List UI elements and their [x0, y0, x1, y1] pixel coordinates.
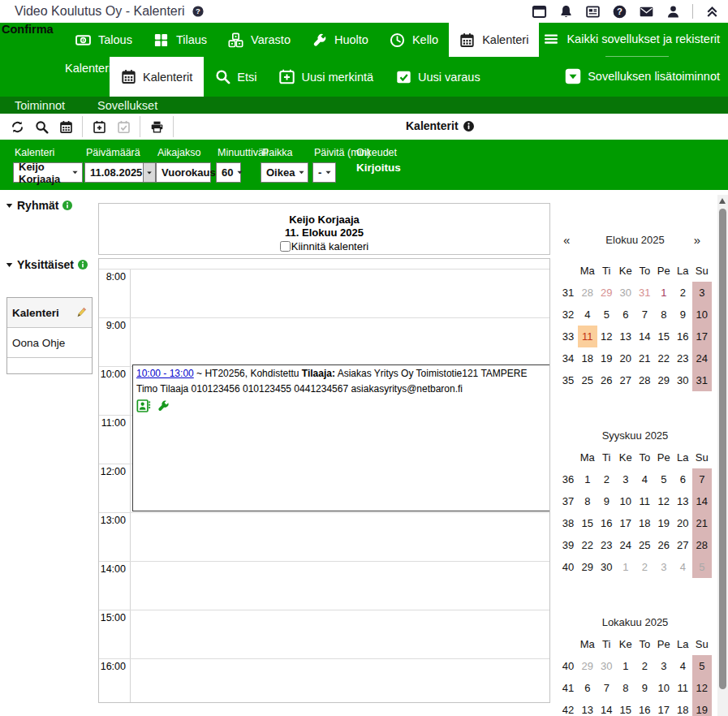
- help-circle-icon[interactable]: ?: [612, 4, 627, 19]
- day-cell[interactable]: 15: [578, 512, 597, 534]
- day-cell[interactable]: 10: [692, 304, 712, 326]
- day-cell[interactable]: 28: [692, 534, 712, 556]
- day-cell[interactable]: 1: [616, 556, 635, 578]
- day-cell[interactable]: 14: [597, 699, 617, 716]
- wrench-icon[interactable]: [157, 399, 170, 412]
- day-cell[interactable]: 12: [654, 490, 674, 512]
- nav-item-huolto[interactable]: Huolto: [301, 23, 379, 57]
- appointment[interactable]: 10:00 - 13:00 ~ HT20256, Kohdistettu Til…: [132, 364, 550, 511]
- hour-slot[interactable]: [131, 659, 549, 703]
- bell-icon[interactable]: [558, 4, 574, 19]
- day-cell[interactable]: 14: [635, 326, 655, 347]
- all-apps-button[interactable]: Kaikki sovellukset ja rekisterit: [544, 32, 720, 46]
- day-cell[interactable]: 17: [654, 699, 674, 716]
- nav-item-talous[interactable]: Talous: [65, 23, 143, 57]
- day-cell[interactable]: 9: [597, 490, 617, 512]
- day-cell[interactable]: 5: [597, 304, 617, 326]
- groups-info-icon[interactable]: [62, 200, 73, 211]
- day-cell[interactable]: 21: [692, 512, 712, 534]
- day-cell[interactable]: 19: [597, 347, 617, 369]
- news-icon[interactable]: [585, 4, 601, 19]
- nav-item-tilaus[interactable]: Tilaus: [143, 23, 218, 57]
- day-cell[interactable]: 15: [616, 699, 635, 716]
- day-cell[interactable]: 1: [654, 282, 674, 304]
- day-cell[interactable]: 27: [616, 369, 635, 391]
- day-cell[interactable]: 10: [616, 490, 635, 512]
- day-cell[interactable]: 18: [578, 347, 597, 369]
- day-cell[interactable]: 17: [692, 326, 712, 347]
- day-cell[interactable]: 2: [635, 556, 655, 578]
- date-input[interactable]: 11.08.2025: [84, 162, 144, 183]
- menu-item-sovellukset[interactable]: Sovellukset: [97, 99, 157, 112]
- groups-section-toggle[interactable]: Ryhmät: [5, 199, 73, 212]
- day-cell[interactable]: 15: [654, 326, 674, 347]
- day-cell[interactable]: 19: [654, 512, 674, 534]
- calendar-list-item-empty[interactable]: [7, 357, 92, 373]
- day-cell[interactable]: 13: [578, 699, 597, 716]
- pin-calendar-checkbox[interactable]: [280, 241, 291, 252]
- nav-item-kello[interactable]: Kello: [379, 23, 449, 57]
- hour-slot[interactable]: [131, 562, 549, 610]
- day-cell[interactable]: 25: [635, 534, 655, 556]
- hour-slot[interactable]: [131, 513, 549, 561]
- info-icon[interactable]: [463, 120, 475, 132]
- day-cell[interactable]: 7: [635, 304, 655, 326]
- envelope-icon[interactable]: [639, 4, 654, 19]
- day-cell[interactable]: 25: [578, 369, 597, 391]
- day-cell[interactable]: 23: [674, 347, 693, 369]
- day-cell[interactable]: 8: [654, 304, 674, 326]
- day-cell[interactable]: 13: [674, 490, 693, 512]
- day-cell[interactable]: 24: [616, 534, 635, 556]
- day-cell[interactable]: 8: [616, 677, 635, 699]
- tab-etsi[interactable]: Etsi: [204, 57, 268, 97]
- day-cell[interactable]: 20: [616, 347, 635, 369]
- day-cell[interactable]: 30: [597, 556, 617, 578]
- day-cell[interactable]: 16: [597, 512, 617, 534]
- appointment-time-link[interactable]: 10:00 - 13:00: [136, 368, 194, 379]
- tab-uusi-varaus[interactable]: Uusi varaus: [385, 57, 492, 97]
- next-month-button[interactable]: »: [694, 233, 700, 247]
- singles-section-toggle[interactable]: Yksittäiset: [5, 258, 88, 271]
- day-cell[interactable]: 9: [635, 677, 655, 699]
- refresh-button[interactable]: [5, 116, 29, 137]
- day-cell[interactable]: 11: [578, 326, 597, 347]
- scroll-up-arrow[interactable]: [719, 198, 726, 204]
- day-cell[interactable]: 29: [654, 369, 674, 391]
- day-cell[interactable]: 30: [616, 282, 635, 304]
- day-cell[interactable]: 3: [654, 556, 674, 578]
- allday-row[interactable]: [99, 259, 549, 270]
- day-cell[interactable]: 22: [654, 347, 674, 369]
- day-cell[interactable]: 18: [635, 512, 655, 534]
- day-cell[interactable]: 2: [674, 282, 693, 304]
- singles-info-icon[interactable]: [77, 259, 88, 270]
- day-cell[interactable]: 2: [635, 655, 655, 677]
- printer-button[interactable]: [144, 116, 169, 137]
- day-cell[interactable]: 6: [616, 304, 635, 326]
- day-cell[interactable]: 1: [578, 468, 597, 490]
- contact-card-icon[interactable]: [136, 399, 151, 413]
- day-cell[interactable]: 9: [674, 304, 693, 326]
- day-cell[interactable]: 18: [674, 699, 693, 716]
- date-picker-button[interactable]: [144, 162, 156, 183]
- calendar-plus-button[interactable]: [87, 116, 111, 137]
- day-cell[interactable]: 5: [692, 556, 712, 578]
- search-button[interactable]: [29, 116, 54, 137]
- filter-select-aikajakso[interactable]: Vuorokausi: [156, 162, 211, 183]
- day-cell[interactable]: 6: [674, 468, 693, 490]
- day-cell[interactable]: 12: [597, 326, 617, 347]
- tab-kalenterit[interactable]: Kalenterit: [110, 57, 204, 97]
- day-cell[interactable]: 2: [597, 468, 617, 490]
- day-cell[interactable]: 17: [616, 512, 635, 534]
- day-cell[interactable]: 3: [616, 468, 635, 490]
- day-cell[interactable]: 13: [616, 326, 635, 347]
- day-cell[interactable]: 11: [674, 677, 693, 699]
- window-icon[interactable]: [532, 4, 547, 19]
- day-cell[interactable]: 5: [654, 468, 674, 490]
- edit-icon[interactable]: [74, 306, 88, 320]
- day-cell[interactable]: 11: [635, 490, 655, 512]
- nav-item-kalenteri[interactable]: Kalenteri: [449, 23, 539, 57]
- day-cell[interactable]: 5: [692, 655, 712, 677]
- calendar-button[interactable]: [54, 116, 78, 137]
- chevrons-up-icon[interactable]: [704, 4, 720, 19]
- day-cell[interactable]: 23: [597, 534, 617, 556]
